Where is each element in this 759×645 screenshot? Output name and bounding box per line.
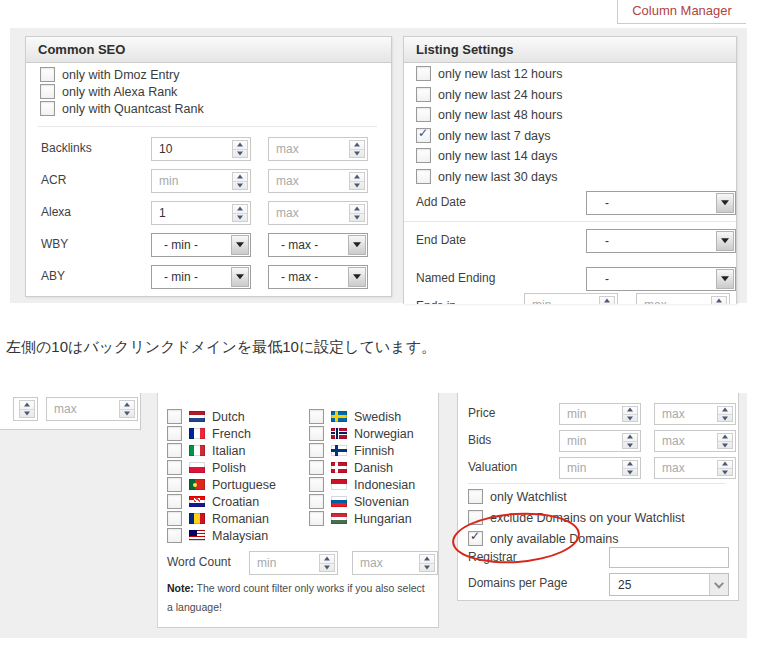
spinner-up-icon[interactable] xyxy=(718,461,732,469)
spinner[interactable] xyxy=(232,172,248,190)
spinner[interactable] xyxy=(711,296,727,304)
spinner[interactable] xyxy=(349,204,365,222)
checkbox[interactable] xyxy=(416,148,431,163)
checkbox[interactable] xyxy=(167,477,182,492)
named-ending-select[interactable]: - xyxy=(586,267,736,291)
spinner-down-icon[interactable] xyxy=(350,182,364,190)
price-min-input[interactable] xyxy=(559,403,641,425)
cropped-spinner[interactable] xyxy=(13,397,38,421)
valuation-max-input[interactable] xyxy=(654,457,736,479)
spinner-up-icon[interactable] xyxy=(120,401,134,410)
checkbox[interactable] xyxy=(40,84,55,99)
spinner-up-icon[interactable] xyxy=(20,401,34,410)
checkbox[interactable] xyxy=(416,169,431,184)
spinner-down-icon[interactable] xyxy=(718,415,732,422)
spinner[interactable] xyxy=(622,433,638,449)
checkbox[interactable] xyxy=(416,107,431,122)
wby-min-select[interactable]: - min - xyxy=(151,233,251,257)
dropdown-arrow-icon[interactable] xyxy=(348,267,366,287)
checkbox[interactable] xyxy=(40,101,55,116)
spinner-up-icon[interactable] xyxy=(623,434,637,442)
word-count-min-input[interactable] xyxy=(249,551,338,575)
spinner-down-icon[interactable] xyxy=(233,182,247,190)
dropdown-arrow-icon[interactable] xyxy=(348,235,366,255)
spinner-down-icon[interactable] xyxy=(20,410,34,418)
spinner[interactable] xyxy=(419,554,435,572)
spinner-up-icon[interactable] xyxy=(718,407,732,415)
spinner[interactable] xyxy=(622,406,638,422)
spinner-up-icon[interactable] xyxy=(623,461,637,469)
spinner[interactable] xyxy=(349,140,365,158)
checkbox[interactable] xyxy=(167,494,182,509)
checkbox[interactable] xyxy=(309,460,324,475)
dropdown-arrow-icon[interactable] xyxy=(716,269,734,289)
spinner-down-icon[interactable] xyxy=(320,564,334,572)
column-manager-link[interactable]: Column Manager xyxy=(617,0,746,24)
spinner-up-icon[interactable] xyxy=(350,173,364,182)
checkbox[interactable] xyxy=(309,443,324,458)
checkbox[interactable] xyxy=(167,443,182,458)
spinner[interactable] xyxy=(232,204,248,222)
checkbox[interactable] xyxy=(309,494,324,509)
acr-min-input[interactable] xyxy=(151,169,251,193)
checkbox[interactable] xyxy=(167,528,182,543)
wby-max-select[interactable]: - max - xyxy=(268,233,368,257)
spinner-down-icon[interactable] xyxy=(233,150,247,158)
dropdown-arrow-icon[interactable] xyxy=(716,231,734,251)
spinner-up-icon[interactable] xyxy=(718,434,732,442)
spinner[interactable] xyxy=(622,460,638,476)
price-max-input[interactable] xyxy=(654,403,736,425)
checkbox[interactable] xyxy=(468,489,483,504)
spinner-up-icon[interactable] xyxy=(420,555,434,564)
checkbox[interactable] xyxy=(167,426,182,441)
checkbox[interactable] xyxy=(167,511,182,526)
checkbox[interactable] xyxy=(309,477,324,492)
dropdown-arrow-icon[interactable] xyxy=(716,193,734,213)
checkbox[interactable] xyxy=(468,531,483,546)
spinner[interactable] xyxy=(717,460,733,476)
registrar-input[interactable] xyxy=(609,547,729,568)
checkbox[interactable] xyxy=(468,510,483,525)
spinner-down-icon[interactable] xyxy=(623,415,637,422)
aby-max-select[interactable]: - max - xyxy=(268,265,368,289)
bids-max-input[interactable] xyxy=(654,430,736,452)
spinner-down-icon[interactable] xyxy=(420,564,434,572)
add-date-select[interactable]: - xyxy=(586,191,736,215)
spinner[interactable] xyxy=(119,400,135,418)
spinner-up-icon[interactable] xyxy=(623,407,637,415)
checkbox[interactable] xyxy=(416,66,431,81)
spinner[interactable] xyxy=(19,400,35,418)
checkbox[interactable] xyxy=(309,409,324,424)
spinner-up-icon[interactable] xyxy=(350,141,364,150)
spinner-up-icon[interactable] xyxy=(233,141,247,150)
checkbox[interactable] xyxy=(416,87,431,102)
word-count-max-input[interactable] xyxy=(352,551,438,575)
spinner-down-icon[interactable] xyxy=(233,214,247,222)
checkbox[interactable] xyxy=(167,460,182,475)
cropped-max-input[interactable] xyxy=(46,397,138,421)
end-date-select[interactable]: - xyxy=(586,229,736,253)
spinner-down-icon[interactable] xyxy=(718,442,732,449)
spinner[interactable] xyxy=(717,433,733,449)
checkbox[interactable] xyxy=(416,128,431,143)
spinner-down-icon[interactable] xyxy=(623,469,637,476)
backlinks-min-input[interactable] xyxy=(151,137,251,161)
spinner[interactable] xyxy=(232,140,248,158)
checkbox[interactable] xyxy=(40,67,55,82)
alexa-max-input[interactable] xyxy=(268,201,368,225)
spinner-up-icon[interactable] xyxy=(233,173,247,182)
acr-max-input[interactable] xyxy=(268,169,368,193)
dropdown-arrow-icon[interactable] xyxy=(231,235,249,255)
spinner-down-icon[interactable] xyxy=(718,469,732,476)
chevron-down-icon[interactable] xyxy=(709,574,728,595)
spinner[interactable] xyxy=(599,296,615,304)
spinner-down-icon[interactable] xyxy=(350,214,364,222)
spinner[interactable] xyxy=(717,406,733,422)
backlinks-max-input[interactable] xyxy=(268,137,368,161)
spinner-up-icon[interactable] xyxy=(233,205,247,214)
spinner-down-icon[interactable] xyxy=(350,150,364,158)
valuation-min-input[interactable] xyxy=(559,457,641,479)
spinner-down-icon[interactable] xyxy=(623,442,637,449)
ends-in-max-input[interactable] xyxy=(636,293,730,304)
spinner-up-icon[interactable] xyxy=(350,205,364,214)
